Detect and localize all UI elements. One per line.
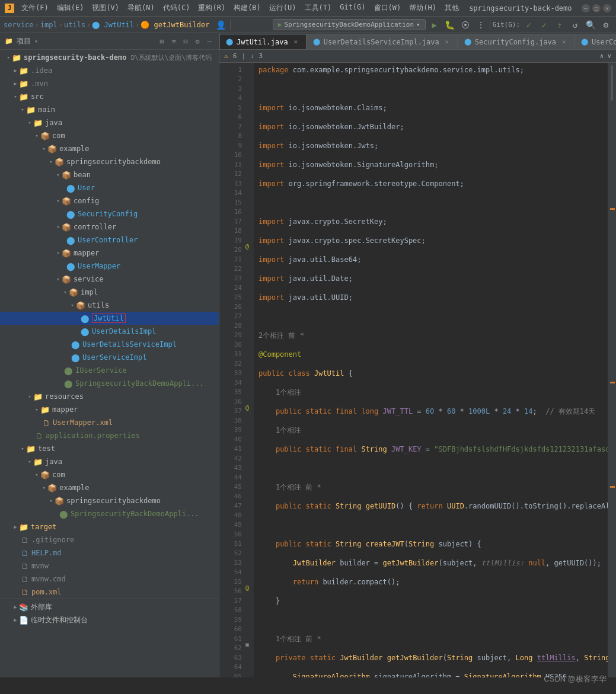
tree-mapper-res[interactable]: ▾ 📁 mapper bbox=[0, 403, 219, 416]
tree-pomxml[interactable]: 🗋 pom.xml bbox=[0, 586, 219, 599]
tree-mvnw[interactable]: 🗋 mvnw bbox=[0, 559, 219, 573]
breadcrumb-method[interactable]: 🟠 getJwtBuilder bbox=[141, 21, 209, 29]
debug-button[interactable]: 🐛 bbox=[443, 18, 457, 31]
tab-usercontroller[interactable]: ⬤ UserControlle... ✕ bbox=[574, 34, 616, 49]
menu-window[interactable]: 窗口(W) bbox=[371, 2, 405, 14]
tree-usermapper[interactable]: ⬤ UserMapper bbox=[0, 260, 219, 273]
close-button[interactable]: ✕ bbox=[603, 4, 611, 12]
menu-help[interactable]: 帮助(H) bbox=[406, 2, 440, 14]
menu-code[interactable]: 代码(C) bbox=[159, 2, 194, 14]
tree-springsec[interactable]: ▾ 📦 springsecuritybackdemo bbox=[0, 155, 219, 168]
tree-service[interactable]: ▾ 📦 service bbox=[0, 273, 219, 286]
example-label: example bbox=[59, 145, 90, 153]
userdetailsimpl-label: UserDetailsImpl bbox=[92, 327, 156, 335]
sidebar-icon-1[interactable]: ⊞ bbox=[157, 37, 167, 46]
coverage-button[interactable]: ⦿ bbox=[459, 18, 472, 31]
tree-resources[interactable]: ▾ 📁 resources bbox=[0, 390, 219, 403]
warning-icon: ⚠ bbox=[224, 52, 228, 60]
userserviceimpl-label: UserServiceImpl bbox=[82, 353, 146, 362]
minimize-button[interactable]: — bbox=[582, 4, 590, 12]
tab-securityconfig[interactable]: ⬤ SecurityConfig.java ✕ bbox=[458, 34, 574, 49]
tree-com[interactable]: ▾ 📦 com bbox=[0, 129, 219, 142]
bean-label: bean bbox=[74, 171, 91, 179]
menu-build[interactable]: 构建(B) bbox=[230, 2, 264, 14]
menu-other[interactable]: 其他 bbox=[441, 2, 462, 14]
maximize-button[interactable]: □ bbox=[592, 4, 601, 12]
search-button[interactable]: 🔍 bbox=[584, 18, 597, 31]
sidebar-icon-2[interactable]: ≡ bbox=[169, 37, 178, 46]
tree-userdetailsimpl[interactable]: ⬤ UserDetailsImpl bbox=[0, 325, 219, 338]
tree-impl[interactable]: ▾ 📦 impl bbox=[0, 286, 219, 299]
git-arrow-up[interactable]: ↑ bbox=[553, 18, 566, 31]
menu-git[interactable]: Git(G) bbox=[336, 2, 369, 14]
tree-mvnw-cmd[interactable]: 🗋 mvnw.cmd bbox=[0, 573, 219, 586]
collapse-icon[interactable]: ∨ bbox=[607, 52, 611, 60]
tree-src[interactable]: ▾ 📁 src bbox=[0, 90, 219, 103]
tree-gitignore[interactable]: 🗋 .gitignore bbox=[0, 533, 219, 546]
tree-usercontroller[interactable]: ⬤ UserController bbox=[0, 234, 219, 247]
tree-ext-libs[interactable]: ▶ 📚 外部库 bbox=[0, 600, 219, 613]
tree-help[interactable]: 🗋 HELP.md bbox=[0, 546, 219, 559]
tree-test-com[interactable]: ▾ 📦 com bbox=[0, 468, 219, 481]
menu-file[interactable]: 文件(F) bbox=[18, 2, 52, 14]
run-button[interactable]: ▶ bbox=[428, 18, 441, 31]
menu-tools[interactable]: 工具(T) bbox=[301, 2, 336, 14]
tree-mvn[interactable]: ▶ 📁 .mvn bbox=[0, 77, 219, 90]
tree-appprops[interactable]: 🗋 application.properties bbox=[0, 429, 219, 442]
tree-target[interactable]: ▶ 📁 target bbox=[0, 520, 219, 533]
tree-root[interactable]: ▾ 📁 springsecurity-back-demo D\系统默认\桌面\博… bbox=[0, 51, 219, 64]
profile-button[interactable]: 👤 bbox=[215, 18, 228, 31]
tree-userserviceimpl[interactable]: ⬤ UserServiceImpl bbox=[0, 351, 219, 364]
tree-config[interactable]: ▾ 📦 config bbox=[0, 194, 219, 207]
breadcrumb-utils[interactable]: utils bbox=[64, 21, 85, 29]
tree-test[interactable]: ▾ 📁 test bbox=[0, 442, 219, 455]
run-config-dropdown[interactable]: ▶ SpringsecurityBackDemoApplication ▾ bbox=[273, 19, 426, 30]
tree-test-example[interactable]: ▾ 📦 example bbox=[0, 481, 219, 494]
tree-scratch[interactable]: ▶ 📄 临时文件和控制台 bbox=[0, 613, 219, 626]
tree-utils[interactable]: ▾ 📦 utils bbox=[0, 299, 219, 312]
expand-icon[interactable]: ∧ bbox=[600, 52, 604, 60]
scratch-label: 临时文件和控制台 bbox=[31, 615, 88, 625]
menu-run[interactable]: 运行(U) bbox=[266, 2, 300, 14]
menu-view[interactable]: 视图(V) bbox=[88, 2, 123, 14]
breadcrumb-impl[interactable]: impl bbox=[40, 21, 58, 29]
tree-example[interactable]: ▾ 📦 example bbox=[0, 142, 219, 155]
tree-idea[interactable]: ▶ 📁 .idea bbox=[0, 64, 219, 77]
tree-java[interactable]: ▾ 📁 java bbox=[0, 116, 219, 129]
tab-userdetailsserviceimpl[interactable]: ⬤ UserDetailsServiceImpl.java ✕ bbox=[307, 34, 458, 49]
tree-jwtutil[interactable]: ⬤ JwtUtil bbox=[0, 312, 219, 325]
scrollbar-right[interactable] bbox=[608, 63, 616, 677]
tree-bean[interactable]: ▾ 📦 bean bbox=[0, 168, 219, 181]
tab-jwtutil-close[interactable]: ✕ bbox=[292, 38, 300, 46]
breadcrumb-service[interactable]: service bbox=[4, 21, 34, 29]
tree-test-main[interactable]: ⬤ SpringsecurityBackDemoAppli... bbox=[0, 507, 219, 520]
settings-button[interactable]: ⚙ bbox=[599, 18, 612, 31]
breadcrumb-jwtutil[interactable]: ⬤ JwtUtil bbox=[92, 21, 134, 29]
menu-navigate[interactable]: 导航(N) bbox=[124, 2, 158, 14]
tree-userdetailsserviceimpl[interactable]: ⬤ UserDetailsServiceImpl bbox=[0, 338, 219, 351]
git-check[interactable]: ✓ bbox=[522, 18, 535, 31]
sidebar-icon-3[interactable]: ⊟ bbox=[181, 37, 190, 46]
sidebar-close[interactable]: — bbox=[205, 37, 214, 46]
tab-jwtutil[interactable]: ⬤ JwtUtil.java ✕ bbox=[219, 34, 307, 49]
tree-controller[interactable]: ▾ 📦 controller bbox=[0, 220, 219, 234]
tab-udsi-close[interactable]: ✕ bbox=[443, 38, 451, 46]
tree-test-java[interactable]: ▾ 📁 java bbox=[0, 455, 219, 468]
tree-main[interactable]: ▾ 📁 main bbox=[0, 103, 219, 116]
userdetailsserviceimpl-label: UserDetailsServiceImpl bbox=[82, 340, 177, 348]
tree-iuserservice[interactable]: ⬤ IUserService bbox=[0, 364, 219, 377]
tree-test-springsec[interactable]: ▾ 📦 springsecuritybackdemo bbox=[0, 494, 219, 507]
tree-usermapper-xml[interactable]: 🗋 UserMapper.xml bbox=[0, 416, 219, 429]
sidebar-gear[interactable]: ⚙ bbox=[193, 37, 202, 46]
tree-user-class[interactable]: ⬤ User bbox=[0, 181, 219, 194]
menu-edit[interactable]: 编辑(E) bbox=[53, 2, 88, 14]
tab-sc-close[interactable]: ✕ bbox=[560, 38, 568, 46]
more-run[interactable]: ⋮ bbox=[474, 18, 487, 31]
tree-mapper[interactable]: ▾ 📦 mapper bbox=[0, 247, 219, 260]
git-warn[interactable]: ✓ bbox=[538, 18, 551, 31]
menu-refactor[interactable]: 重构(R) bbox=[194, 2, 229, 14]
tree-secconfig[interactable]: ⬤ SecurityConfig bbox=[0, 207, 219, 220]
code-editor[interactable]: package com.example.springsecuritybackde… bbox=[254, 63, 608, 677]
tree-maincls[interactable]: ⬤ SpringsecurityBackDemoAppli... bbox=[0, 377, 219, 390]
undo-button[interactable]: ↺ bbox=[569, 18, 582, 31]
